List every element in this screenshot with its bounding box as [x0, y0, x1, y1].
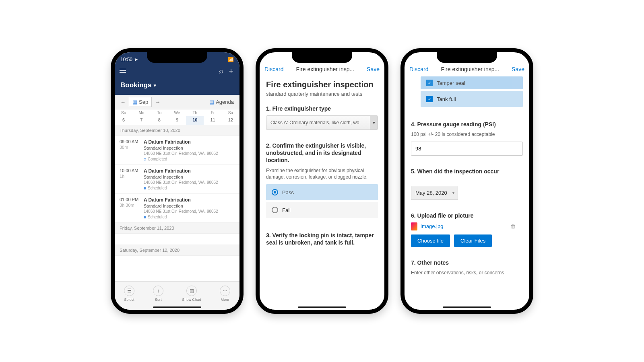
- file-attachment: image.jpg 🗑: [411, 222, 523, 230]
- booking-item[interactable]: 01:00 PM3h 30m A Datum Fabrication Stand…: [115, 194, 239, 223]
- date-cell-selected[interactable]: 10: [186, 116, 204, 125]
- radio-icon: [272, 207, 278, 213]
- add-icon[interactable]: ＋: [227, 66, 235, 76]
- booking-item[interactable]: 09:00 AM30m A Datum Fabrication Standard…: [115, 136, 239, 165]
- chart-icon: ▨: [186, 286, 197, 296]
- radio-icon: [272, 189, 278, 195]
- search-icon[interactable]: ⌕: [219, 67, 223, 75]
- date-row: 6 7 8 9 10 11 12: [115, 116, 239, 125]
- phone-form-1: Discard Fire extinguisher insp... Save F…: [256, 48, 388, 314]
- signal-icon: 📶: [228, 57, 234, 62]
- checkbox-tamper-seal[interactable]: ✓ Tamper seal: [421, 76, 523, 89]
- delete-file-icon[interactable]: 🗑: [510, 223, 516, 229]
- inspection-date-picker[interactable]: May 28, 2020: [411, 186, 458, 200]
- psi-input[interactable]: [411, 142, 523, 156]
- date-cell[interactable]: 7: [132, 116, 150, 125]
- sort-button[interactable]: ↕Sort: [153, 286, 163, 302]
- sort-icon: ↕: [153, 286, 163, 296]
- more-button[interactable]: ⋯More: [220, 286, 230, 302]
- day-section-header: Friday, September 11, 2020: [115, 223, 239, 234]
- date-cell[interactable]: 12: [222, 116, 239, 125]
- form-title: Fire extinguisher inspection: [266, 80, 378, 89]
- date-cell[interactable]: 8: [151, 116, 168, 125]
- file-name-link[interactable]: image.jpg: [421, 223, 443, 229]
- next-week-button[interactable]: →: [152, 97, 163, 107]
- choose-file-button[interactable]: Choose file: [411, 234, 450, 247]
- view-title[interactable]: Bookings ▾: [115, 78, 239, 95]
- show-chart-button[interactable]: ▨Show Chart: [182, 286, 201, 302]
- form-subtitle: standard quarterly maintenance and tests: [266, 91, 378, 98]
- extinguisher-type-select[interactable]: Class A: Ordinary materials, like cloth,…: [266, 115, 378, 130]
- day-section-header: Thursday, September 10, 2020: [115, 125, 239, 136]
- agenda-button[interactable]: ▤ Agenda: [206, 97, 237, 107]
- discard-button[interactable]: Discard: [264, 66, 283, 72]
- status-time: 10:50: [120, 57, 132, 62]
- status-dot-icon: [144, 216, 146, 218]
- question-label: 1. Fire extinguisher type: [266, 105, 378, 112]
- booking-title: A Datum Fabrication: [144, 139, 235, 145]
- select-button[interactable]: ☰Select: [124, 286, 134, 302]
- status-dot-icon: [144, 187, 146, 189]
- question-help: Examine the extinguisher for obvious phy…: [266, 167, 378, 180]
- question-help: Enter other observations, risks, or conc…: [411, 269, 523, 276]
- more-icon: ⋯: [220, 286, 230, 296]
- location-icon: ➤: [134, 57, 138, 62]
- form-header-title: Fire extinguisher insp...: [296, 66, 354, 72]
- bottom-toolbar: ☰Select ↕Sort ▨Show Chart ⋯More: [115, 281, 239, 310]
- question-help: 100 psi +/- 20 is considered acceptable: [411, 131, 523, 138]
- checkbox-icon: ✓: [426, 80, 433, 86]
- radio-fail[interactable]: Fail: [266, 202, 378, 218]
- checkbox-icon: ✓: [426, 96, 433, 102]
- weekday-row: SuMoTuWeThFrSa: [115, 109, 239, 116]
- save-button[interactable]: Save: [367, 66, 380, 72]
- date-cell[interactable]: 11: [204, 116, 221, 125]
- phone-form-2: Discard Fire extinguisher insp... Save ✓…: [400, 48, 533, 314]
- calendar-icon: ▦: [132, 99, 137, 105]
- prev-week-button[interactable]: ←: [117, 97, 129, 107]
- date-cell[interactable]: 6: [115, 116, 132, 125]
- question-label: 7. Other notes: [411, 259, 523, 266]
- question-label: 5. When did the inspection occur: [411, 168, 523, 175]
- phone-bookings: 10:50 ➤ 📶 ⌕ ＋ Bookings ▾ ← ▦ Sep →: [111, 48, 244, 314]
- select-icon: ☰: [124, 286, 134, 296]
- question-label: 3. Verify the locking pin is intact, tam…: [266, 232, 378, 246]
- date-cell[interactable]: 9: [168, 116, 186, 125]
- checkbox-tank-full[interactable]: ✓ Tank full: [421, 91, 523, 107]
- page-title: Bookings: [120, 81, 151, 89]
- chevron-down-icon: ▾: [154, 83, 156, 88]
- day-section-header: Saturday, September 12, 2020: [115, 245, 239, 256]
- radio-pass[interactable]: Pass: [266, 184, 378, 200]
- save-button[interactable]: Save: [512, 66, 524, 72]
- question-label: 4. Pressure gauge reading (PSI): [411, 121, 523, 128]
- discard-button[interactable]: Discard: [409, 66, 428, 72]
- form-header-title: Fire extinguisher insp...: [441, 66, 499, 72]
- chevron-down-icon: ▾: [370, 116, 378, 130]
- file-thumbnail-icon: [411, 222, 417, 230]
- calendar-nav: ← ▦ Sep → ▤ Agenda: [115, 95, 239, 109]
- month-picker[interactable]: ▦ Sep: [129, 97, 152, 107]
- status-dot-icon: [144, 158, 146, 160]
- menu-icon[interactable]: [120, 69, 126, 73]
- agenda-icon: ▤: [209, 99, 214, 105]
- question-label: 2. Confirm the extinguisher is visible, …: [266, 142, 378, 164]
- clear-files-button[interactable]: Clear Files: [454, 234, 492, 247]
- question-label: 6. Upload file or picture: [411, 212, 523, 219]
- booking-item[interactable]: 10:00 AM1h A Datum Fabrication Standard …: [115, 165, 239, 194]
